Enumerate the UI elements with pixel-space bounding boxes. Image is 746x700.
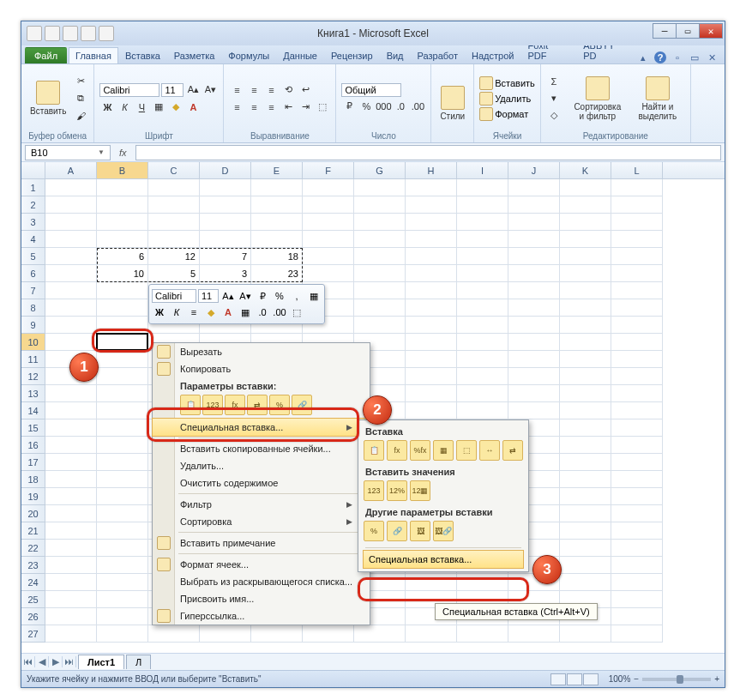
- cell-D4[interactable]: [200, 231, 251, 248]
- close-button[interactable]: ✕: [699, 23, 723, 39]
- row-header-24[interactable]: 24: [21, 574, 45, 591]
- zoom-in-icon[interactable]: +: [714, 674, 719, 684]
- cell-D6[interactable]: 3: [200, 265, 251, 282]
- cell-G1[interactable]: [354, 179, 406, 196]
- font-color-icon[interactable]: A: [185, 100, 201, 115]
- fill-icon[interactable]: ▾: [546, 91, 562, 106]
- cell-J1[interactable]: [508, 179, 560, 196]
- format-cells-label[interactable]: Формат: [495, 109, 528, 119]
- row-header-21[interactable]: 21: [21, 522, 45, 540]
- cell-I6[interactable]: [457, 265, 508, 282]
- row-header-20[interactable]: 20: [21, 505, 45, 522]
- row-header-9[interactable]: 9: [21, 317, 45, 334]
- cell-H8[interactable]: [406, 299, 457, 317]
- view-normal-icon[interactable]: [550, 673, 566, 685]
- cell-A17[interactable]: [45, 454, 97, 471]
- row-header-4[interactable]: 4: [21, 231, 45, 248]
- delete-cells-label[interactable]: Удалить: [495, 94, 531, 104]
- cell-B21[interactable]: [97, 522, 148, 540]
- cell-C1[interactable]: [148, 179, 200, 196]
- cell-L23[interactable]: [611, 557, 663, 574]
- currency-icon[interactable]: ₽: [341, 99, 357, 114]
- cell-F4[interactable]: [303, 231, 354, 248]
- cell-C27[interactable]: [148, 625, 200, 643]
- cell-B8[interactable]: [97, 299, 148, 317]
- row-header-15[interactable]: 15: [21, 419, 45, 437]
- cell-E4[interactable]: [251, 231, 303, 248]
- mini-fill-icon[interactable]: ◆: [203, 305, 219, 320]
- cell-K22[interactable]: [560, 540, 611, 557]
- fx-icon[interactable]: fx: [119, 148, 127, 158]
- ctx-define-name[interactable]: Присвоить имя...: [153, 590, 370, 607]
- cell-C6[interactable]: 5: [148, 265, 200, 282]
- paste-button[interactable]: Вставить: [27, 79, 69, 118]
- grow-font-icon[interactable]: A▴: [185, 82, 201, 98]
- cell-B27[interactable]: [97, 625, 148, 643]
- cell-H12[interactable]: [406, 368, 457, 385]
- cell-F6[interactable]: [303, 265, 354, 282]
- cell-E5[interactable]: 18: [251, 248, 303, 265]
- shrink-font-icon[interactable]: A▾: [202, 82, 218, 98]
- cell-B10[interactable]: [97, 334, 148, 351]
- cell-H4[interactable]: [406, 231, 457, 248]
- cell-H14[interactable]: [406, 402, 457, 419]
- sub-values-src-icon[interactable]: 12▦: [410, 480, 430, 501]
- percent-icon[interactable]: %: [358, 99, 374, 114]
- cell-H13[interactable]: [406, 385, 457, 402]
- cell-B17[interactable]: [97, 454, 148, 471]
- cell-E6[interactable]: 23: [251, 265, 303, 282]
- ctx-format-cells[interactable]: Формат ячеек...: [153, 556, 370, 573]
- col-header-I[interactable]: I: [457, 162, 508, 178]
- mini-format-icon[interactable]: ▦: [306, 288, 322, 304]
- cell-D1[interactable]: [200, 179, 251, 196]
- cell-K5[interactable]: [560, 248, 611, 265]
- mini-font-size[interactable]: 11: [198, 289, 219, 303]
- clear-icon[interactable]: ◇: [546, 108, 562, 124]
- row-header-6[interactable]: 6: [21, 265, 45, 282]
- col-header-A[interactable]: A: [45, 162, 97, 178]
- cell-K17[interactable]: [560, 454, 611, 471]
- cell-A23[interactable]: [45, 557, 97, 574]
- ctx-insert-comment[interactable]: Вставить примечание: [153, 534, 370, 552]
- cell-B7[interactable]: [97, 282, 148, 299]
- find-select-button[interactable]: Найти и выделить: [630, 75, 685, 123]
- help-icon[interactable]: ?: [654, 51, 666, 63]
- cell-F1[interactable]: [303, 179, 354, 196]
- border-icon[interactable]: ▦: [151, 100, 166, 115]
- cell-H10[interactable]: [406, 334, 457, 351]
- sub-link-icon[interactable]: 🔗: [387, 521, 407, 541]
- cell-L7[interactable]: [611, 282, 663, 299]
- paste-transpose-icon[interactable]: ⇄: [247, 395, 268, 415]
- cell-I8[interactable]: [457, 299, 508, 317]
- cell-K16[interactable]: [560, 437, 611, 454]
- ctx-cut[interactable]: Вырезать: [153, 343, 370, 360]
- cell-K7[interactable]: [560, 282, 611, 299]
- cell-H27[interactable]: [406, 625, 457, 643]
- cell-L26[interactable]: [611, 608, 663, 625]
- cell-A25[interactable]: [45, 591, 97, 608]
- align-middle-icon[interactable]: ≡: [246, 82, 262, 98]
- cell-B18[interactable]: [97, 471, 148, 488]
- cell-K14[interactable]: [560, 402, 611, 419]
- cell-H7[interactable]: [406, 282, 457, 299]
- mini-grow-font-icon[interactable]: A▴: [220, 288, 236, 304]
- paste-link-icon[interactable]: 🔗: [292, 395, 312, 415]
- cell-L6[interactable]: [611, 265, 663, 282]
- ctx-copy[interactable]: Копировать: [153, 360, 370, 377]
- name-box[interactable]: B10▼: [25, 145, 111, 160]
- row-header-3[interactable]: 3: [21, 214, 45, 231]
- align-top-icon[interactable]: ≡: [229, 82, 244, 98]
- row-header-14[interactable]: 14: [21, 402, 45, 419]
- row-header-1[interactable]: 1: [21, 179, 45, 196]
- cell-B25[interactable]: [97, 591, 148, 608]
- row-header-13[interactable]: 13: [21, 385, 45, 402]
- cell-A26[interactable]: [45, 608, 97, 625]
- cell-G9[interactable]: [354, 317, 406, 334]
- cell-I24[interactable]: [457, 574, 508, 591]
- mini-align-icon[interactable]: ≡: [186, 305, 202, 320]
- sub-paste-all-icon[interactable]: 📋: [364, 440, 384, 461]
- col-header-C[interactable]: C: [148, 162, 200, 178]
- worksheet-grid[interactable]: ABCDEFGHIJKL 123456789101112131415161718…: [21, 162, 725, 663]
- cell-A7[interactable]: [45, 282, 97, 299]
- cell-B24[interactable]: [97, 574, 148, 591]
